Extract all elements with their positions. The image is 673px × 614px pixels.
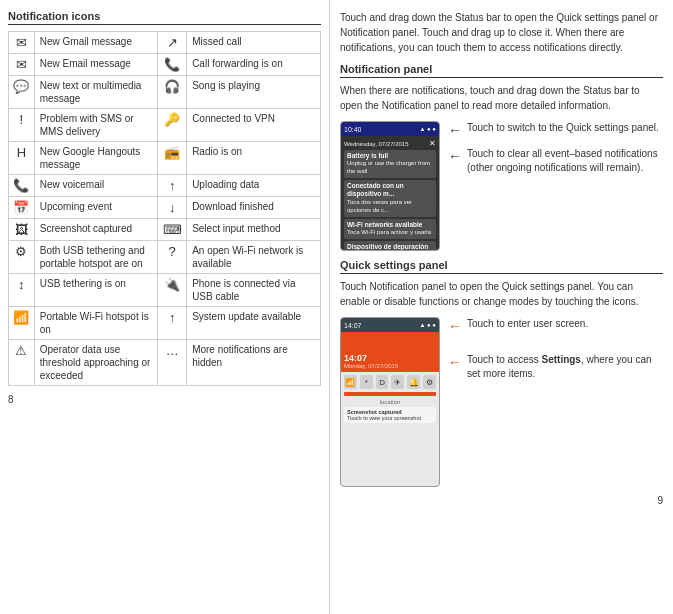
notif-panel-text: When there are notifications, touch and … — [340, 83, 663, 113]
qs-notif-body: Touch to view your screenshot — [347, 415, 433, 421]
qs-icon-data[interactable]: D — [376, 375, 389, 389]
notif-label-right-7: Select input method — [192, 223, 280, 234]
notif-icon-left-4: H — [17, 145, 26, 160]
notif-label-right-3: Connected to VPN — [192, 113, 275, 124]
notif-title-1: Battery is full — [347, 152, 433, 160]
notif-row-1: ✉ New Email message 📞 Call forwarding is… — [9, 54, 321, 76]
notif-label-left-4: New Google Hangouts message — [40, 146, 141, 170]
notif-label-left-5: New voicemail — [40, 179, 104, 190]
notif-label-left-9: USB tethering is on — [40, 278, 126, 289]
section-title: Notification icons — [8, 10, 321, 25]
notif-title-4: Dispositivo de depuración USB con... — [347, 243, 433, 251]
qs-icon-wifi[interactable]: 📶 — [344, 375, 357, 389]
qs-icon-silent[interactable]: 🔔 — [407, 375, 420, 389]
left-page: Notification icons ✉ New Gmail message ↗… — [0, 0, 330, 614]
notif-label-right-5: Uploading data — [192, 179, 259, 190]
notif-label-right-6: Download finished — [192, 201, 274, 212]
notif-icon-left-10: 📶 — [13, 310, 29, 325]
annotation-1: ← Touch to switch to the Quick settings … — [448, 121, 663, 137]
notif-label-right-4: Radio is on — [192, 146, 242, 157]
clear-notif-button[interactable]: ✕ — [429, 139, 436, 148]
arrow-icon-4: ← — [448, 355, 462, 369]
notif-label-left-3: Problem with SMS or MMS delivery — [40, 113, 134, 137]
notif-body-1: Unplug or use the charger from the wall — [347, 160, 433, 176]
notif-item-2: Conectado con un dispositivo m... Toca d… — [344, 180, 436, 216]
notif-icon-left-5: 📞 — [13, 178, 29, 193]
qs-time-large: 14:07 — [344, 353, 436, 363]
notif-row-0: ✉ New Gmail message ↗ Missed call — [9, 32, 321, 54]
qs-time-display: 14:07 — [344, 322, 362, 329]
arrow-icon-1: ← — [448, 123, 462, 137]
qs-icon-settings[interactable]: ⚙ — [423, 375, 436, 389]
annotation-4: ← Touch to access Settings, where you ca… — [448, 353, 663, 381]
notif-icon-right-0: ↗ — [167, 35, 178, 50]
notif-label-left-11: Operator data use threshold approaching … — [40, 344, 151, 381]
notif-label-right-8: An open Wi-Fi network is available — [192, 245, 303, 269]
notif-icon-right-3: 🔑 — [164, 112, 180, 127]
notif-item-3: Wi-Fi networks available Toca Wi-Fi para… — [344, 219, 436, 239]
notif-panel-area: 10:40 ▲ ● ● Wednesday, 07/27/2015 ✕ Batt… — [340, 121, 663, 251]
notif-row-5: 📞 New voicemail ↑ Uploading data — [9, 175, 321, 197]
notif-icon-right-11: … — [166, 343, 179, 358]
notif-icon-right-10: ↑ — [169, 310, 176, 325]
notif-label-right-2: Song is playing — [192, 80, 260, 91]
notif-row-11: ⚠ Operator data use threshold approachin… — [9, 340, 321, 386]
notif-label-left-7: Screenshot captured — [40, 223, 132, 234]
qs-status-icons: ▲ ● ● — [419, 322, 436, 328]
qs-header: 14:07 Monday, 07/27/2015 — [341, 332, 439, 372]
notif-icon-left-6: 📅 — [13, 200, 29, 215]
qs-icon-airplane[interactable]: ✈ — [391, 375, 404, 389]
annotation-box-1: ← Touch to switch to the Quick settings … — [448, 121, 663, 251]
notif-label-right-11: More notifications are hidden — [192, 344, 288, 368]
qs-icon-bt[interactable]: * — [360, 375, 373, 389]
notif-row-8: ⚙ Both USB tethering and portable hotspo… — [9, 241, 321, 274]
qs-date: Monday, 07/27/2015 — [344, 363, 436, 369]
annotation-text-2: Touch to clear all event–based notificat… — [467, 147, 663, 175]
brightness-slider[interactable] — [344, 392, 436, 396]
annotation-text-4: Touch to access Settings, where you can … — [467, 353, 663, 381]
phone-screen-qs: 14:07 ▲ ● ● 14:07 Monday, 07/27/2015 📶 *… — [340, 317, 440, 487]
phone-screen-notif: 10:40 ▲ ● ● Wednesday, 07/27/2015 ✕ Batt… — [340, 121, 440, 251]
notif-title-2: Conectado con un dispositivo m... — [347, 182, 433, 199]
notif-icon-right-4: 📻 — [164, 145, 180, 160]
notif-label-left-1: New Email message — [40, 58, 131, 69]
annotation-box-2: ← Touch to enter user screen. ← Touch to… — [448, 317, 663, 487]
notif-icon-right-1: 📞 — [164, 57, 180, 72]
phone-status-bar: 10:40 ▲ ● ● — [341, 122, 439, 136]
notif-label-right-9: Phone is connected via USB cable — [192, 278, 295, 302]
notif-row-3: ! Problem with SMS or MMS delivery 🔑 Con… — [9, 109, 321, 142]
location-label: location — [344, 399, 436, 405]
annotation-2: ← Touch to clear all event–based notific… — [448, 147, 663, 175]
arrow-icon-3: ← — [448, 319, 462, 333]
notif-icon-right-6: ↓ — [169, 200, 176, 215]
notif-body-2: Toca dos veces para ver opciones de c... — [347, 199, 433, 215]
notif-row-9: ↕ USB tethering is on 🔌 Phone is connect… — [9, 274, 321, 307]
notif-icon-right-8: ? — [169, 244, 176, 259]
notif-item-1: Battery is full Unplug or use the charge… — [344, 150, 436, 178]
notif-icon-left-1: ✉ — [16, 57, 27, 72]
notif-row-10: 📶 Portable Wi-Fi hotspot is on ↑ System … — [9, 307, 321, 340]
annotation-text-1: Touch to switch to the Quick settings pa… — [467, 121, 659, 135]
notif-icon-left-8: ⚙ — [15, 244, 27, 259]
right-page: Touch and drag down the Status bar to op… — [330, 0, 673, 614]
notif-icon-right-5: ↑ — [169, 178, 176, 193]
notif-body-3: Toca Wi-Fi para activar y usarla — [347, 229, 433, 237]
right-page-number: 9 — [340, 495, 663, 506]
notif-row-2: 💬 New text or multimedia message 🎧 Song … — [9, 76, 321, 109]
notif-icon-right-7: ⌨ — [163, 222, 182, 237]
qs-icons-row: 📶 * D ✈ 🔔 ⚙ — [344, 375, 436, 389]
notif-title-3: Wi-Fi networks available — [347, 221, 433, 229]
notif-label-left-6: Upcoming event — [40, 201, 112, 212]
notif-icon-left-3: ! — [20, 112, 24, 127]
notif-row-6: 📅 Upcoming event ↓ Download finished — [9, 197, 321, 219]
notif-item-4: Dispositivo de depuración USB con... Toc… — [344, 241, 436, 251]
notif-label-right-1: Call forwarding is on — [192, 58, 283, 69]
notif-icon-left-0: ✉ — [16, 35, 27, 50]
notification-table: ✉ New Gmail message ↗ Missed call ✉ New … — [8, 31, 321, 386]
notif-panel-shade: Wednesday, 07/27/2015 ✕ Battery is full … — [341, 136, 439, 251]
notif-icon-right-2: 🎧 — [164, 79, 180, 94]
quick-settings-title: Quick settings panel — [340, 259, 663, 274]
left-page-number: 8 — [8, 394, 321, 405]
notif-date: Wednesday, 07/27/2015 — [344, 141, 409, 147]
notif-label-right-0: Missed call — [192, 36, 241, 47]
